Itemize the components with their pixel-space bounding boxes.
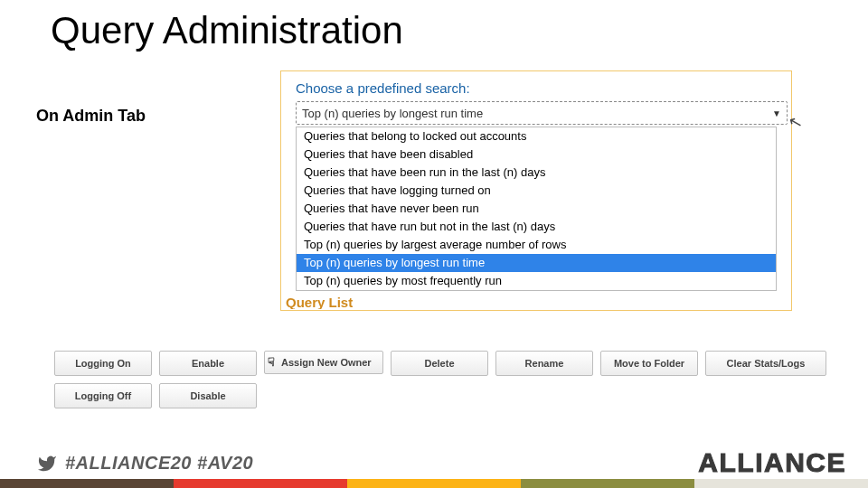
slide-title: Query Administration [51, 9, 403, 52]
option-item[interactable]: Queries that have run but not in the las… [297, 218, 776, 236]
slide-subtitle: On Admin Tab [36, 107, 146, 126]
option-item[interactable]: Top (n) queries by largest average numbe… [297, 236, 776, 254]
panel-label: Choose a predefined search: [296, 80, 791, 96]
action-button-bar: Logging On Enable ☟ Assign New Owner Del… [54, 351, 850, 416]
option-item[interactable]: Queries that have never been run [297, 200, 776, 218]
move-to-folder-button[interactable]: Move to Folder [600, 351, 698, 376]
option-item[interactable]: Queries that have logging turned on [297, 182, 776, 200]
option-item[interactable]: Queries that have been disabled [297, 145, 776, 164]
select-value: Top (n) queries by longest run time [302, 107, 483, 120]
enable-button[interactable]: Enable [159, 351, 257, 376]
query-list-heading: Query List [286, 296, 353, 309]
delete-button[interactable]: Delete [391, 351, 488, 376]
slide-footer: #ALLIANCE20 #AV20 ALLIANCE [0, 443, 868, 488]
footer-brand: ALLIANCE [698, 447, 846, 478]
option-item[interactable]: Queries that belong to locked out accoun… [297, 127, 776, 145]
chevron-down-icon: ▼ [772, 108, 781, 118]
rename-button[interactable]: Rename [495, 351, 593, 376]
predefined-search-panel: Choose a predefined search: Top (n) quer… [280, 70, 792, 311]
predefined-search-select[interactable]: Top (n) queries by longest run time ▼ [296, 101, 788, 125]
option-item[interactable]: Queries that have been run in the last (… [297, 164, 776, 182]
twitter-icon [34, 454, 60, 474]
option-item[interactable]: Top (n) queries by most frequently run [297, 272, 776, 290]
hashtag-text: #ALLIANCE20 #AV20 [65, 453, 253, 474]
disable-button[interactable]: Disable [159, 383, 257, 408]
footer-hashtags: #ALLIANCE20 #AV20 [34, 453, 253, 474]
option-item-selected[interactable]: Top (n) queries by longest run time [297, 254, 776, 272]
logging-off-button[interactable]: Logging Off [54, 383, 152, 408]
assign-new-owner-button[interactable]: ☟ Assign New Owner [264, 351, 383, 374]
hand-pointer-icon: ☟ [268, 355, 275, 369]
footer-stripes [0, 479, 868, 488]
logging-on-button[interactable]: Logging On [54, 351, 152, 376]
button-label: Assign New Owner [281, 357, 372, 368]
clear-stats-button[interactable]: Clear Stats/Logs [705, 351, 826, 376]
predefined-search-options[interactable]: Queries that belong to locked out accoun… [296, 127, 777, 291]
